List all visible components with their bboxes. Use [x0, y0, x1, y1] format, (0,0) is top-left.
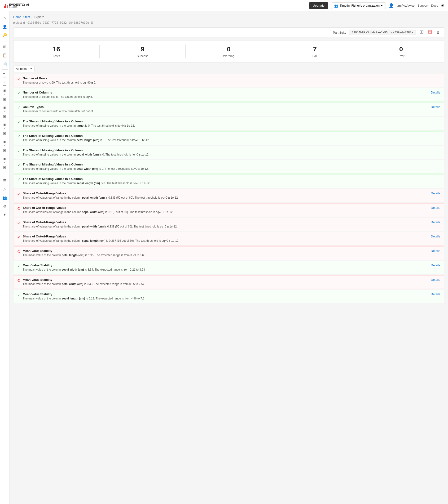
- test-details: Details: [431, 206, 440, 210]
- test-desc: The share of values out of range in the …: [23, 239, 428, 243]
- test-desc: The mean value of the column petal lengt…: [23, 253, 428, 257]
- sidebar-item-settings[interactable]: ⚙: [1, 202, 9, 210]
- test-content: Share of Out-of-Range Values The share o…: [23, 234, 428, 243]
- success-icon: ✓: [17, 163, 20, 167]
- sidebar-item-box4[interactable]: ▣✓: [1, 140, 9, 147]
- test-desc: The share of missing values in the colum…: [23, 124, 440, 128]
- sidebar-item-magic[interactable]: ✦: [1, 211, 9, 218]
- sidebar-item-checks3[interactable]: ▣—: [1, 114, 9, 122]
- sidebar-item-box2[interactable]: ▣✓: [1, 106, 9, 113]
- test-content: Mean Value Stability The mean value of t…: [23, 264, 428, 272]
- details-link[interactable]: Details: [431, 278, 440, 282]
- test-content: Share of Out-of-Range Values The share o…: [23, 206, 428, 214]
- test-content: Mean Value Stability The mean value of t…: [23, 278, 428, 286]
- logo: EVIDENTLY AI CLOUD: [4, 3, 29, 8]
- test-content: Share of Out-of-Range Values The share o…: [23, 192, 428, 200]
- breadcrumb-test[interactable]: test: [25, 15, 30, 19]
- sidebar-item-checks5[interactable]: ▣—: [1, 148, 9, 156]
- breadcrumb-sep-2: /: [32, 15, 33, 19]
- test-item: ⊘ Share of Out-of-Range Values The share…: [13, 189, 444, 202]
- copy-project-id-button[interactable]: ⧉: [91, 21, 93, 25]
- test-details: Details: [431, 192, 440, 195]
- stat-fail-number: 7: [272, 45, 358, 53]
- test-item: ✓ Number of Columns The number of column…: [13, 88, 444, 102]
- sidebar-item-checks6[interactable]: ▣—: [1, 165, 9, 173]
- success-icon: ✓: [17, 293, 20, 297]
- details-link[interactable]: Details: [431, 292, 440, 296]
- sidebar-item-checks1[interactable]: ✓—: [1, 80, 9, 88]
- details-link[interactable]: Details: [431, 249, 440, 252]
- sidebar-item-alerts[interactable]: △: [1, 185, 9, 193]
- test-title: Share of Out-of-Range Values: [23, 234, 428, 238]
- sidebar-item-home[interactable]: ⌂: [1, 14, 9, 22]
- details-link[interactable]: Details: [431, 105, 440, 109]
- sidebar-item-documents[interactable]: 📄: [1, 60, 9, 68]
- test-details: Details: [431, 292, 440, 296]
- details-link[interactable]: Details: [431, 220, 440, 224]
- fail-icon: ⊘: [17, 278, 20, 283]
- test-item: ⊘ Mean Value Stability The mean value of…: [13, 246, 444, 260]
- test-title: Number of Rows: [23, 76, 440, 80]
- success-icon: ✓: [17, 134, 20, 139]
- test-title: Share of Out-of-Range Values: [23, 192, 428, 195]
- details-link[interactable]: Details: [431, 192, 440, 195]
- test-item: ✓ The Share of Missing Values in a Colum…: [13, 160, 444, 174]
- test-content: Mean Value Stability The mean value of t…: [23, 292, 428, 301]
- details-link[interactable]: Details: [431, 234, 440, 238]
- test-details: Details: [431, 249, 440, 252]
- sidebar-item-checks2[interactable]: ▣—: [1, 97, 9, 105]
- test-title: The Share of Missing Values in a Column: [23, 148, 440, 152]
- success-icon: ✓: [17, 149, 20, 153]
- details-link[interactable]: Details: [431, 206, 440, 210]
- export-icon-button[interactable]: [419, 30, 424, 35]
- details-link[interactable]: Details: [431, 264, 440, 267]
- success-icon: ✓: [17, 264, 20, 268]
- test-content: The Share of Missing Values in a Column …: [23, 134, 440, 142]
- docs-link[interactable]: Docs: [431, 4, 438, 7]
- test-desc: The share of missing values in the colum…: [23, 181, 440, 185]
- copy-link-button[interactable]: ⧉: [436, 30, 440, 35]
- sidebar-item-reports[interactable]: 📋: [1, 51, 9, 59]
- stat-warning-label: Warning: [186, 54, 272, 58]
- fail-icon: ⊘: [17, 206, 20, 211]
- test-content: Number of Rows The number of rows is 60.…: [23, 76, 440, 85]
- sidebar-item-box1[interactable]: ▣✓: [1, 89, 9, 96]
- test-content: Column Types The number of columns with …: [23, 105, 428, 113]
- sidebar-item-users[interactable]: 👤: [1, 23, 9, 30]
- test-content: The Share of Missing Values in a Column …: [23, 120, 440, 128]
- test-desc: The number of rows is 60. The test thres…: [23, 81, 440, 85]
- download-pdf-button[interactable]: PDF: [427, 30, 433, 35]
- test-item: ⊘ Share of Out-of-Range Values The share…: [13, 218, 444, 231]
- details-link[interactable]: Details: [431, 91, 440, 94]
- account-icon[interactable]: 👤: [389, 3, 394, 8]
- test-desc: The number of columns with a type mismat…: [23, 109, 428, 113]
- logo-bar-3: [7, 5, 8, 8]
- test-title: Share of Out-of-Range Values: [23, 206, 428, 210]
- breadcrumb-home[interactable]: Home: [13, 15, 21, 19]
- upgrade-button[interactable]: Upgrade: [309, 2, 328, 9]
- sidebar-item-checks4[interactable]: ▣—: [1, 131, 9, 139]
- filter-select[interactable]: All tests Success Fail Warning Error: [13, 66, 34, 72]
- sidebar-item-box3[interactable]: ▣✓: [1, 123, 9, 130]
- sidebar-item-box5[interactable]: ▣✓: [1, 157, 9, 164]
- theme-toggle[interactable]: ☀: [441, 3, 444, 8]
- stat-success-number: 9: [100, 45, 186, 53]
- sidebar-item-list[interactable]: ☰: [1, 177, 9, 184]
- org-selector[interactable]: 👥 Timothy Fisher's organization ▾: [331, 2, 386, 9]
- project-id-bar: project id: 01934b6e-7227-7775-b232-d840…: [13, 21, 444, 25]
- support-link[interactable]: Support: [417, 4, 428, 7]
- test-suite-id: 01934b89-3ddd-7ae3-95df-e339eda8782a: [349, 30, 416, 35]
- test-title: Mean Value Stability: [23, 278, 428, 282]
- test-title: Mean Value Stability: [23, 249, 428, 252]
- pdf-icon: PDF: [428, 30, 432, 34]
- sidebar-item-grid[interactable]: ⊞: [1, 43, 9, 50]
- test-content: Share of Out-of-Range Values The share o…: [23, 220, 428, 229]
- sidebar-item-team[interactable]: 👥: [1, 194, 9, 201]
- test-details: Details: [431, 278, 440, 282]
- project-id-value: 01934b6e-7227-7775-b232-d8408897e99e: [27, 21, 89, 24]
- success-icon: ✓: [17, 105, 20, 110]
- sidebar-item-keys[interactable]: 🔑: [1, 31, 9, 39]
- success-icon: ✓: [17, 120, 20, 124]
- sidebar-item-metrics1[interactable]: ≡—: [1, 72, 9, 79]
- test-title: The Share of Missing Values in a Column: [23, 134, 440, 138]
